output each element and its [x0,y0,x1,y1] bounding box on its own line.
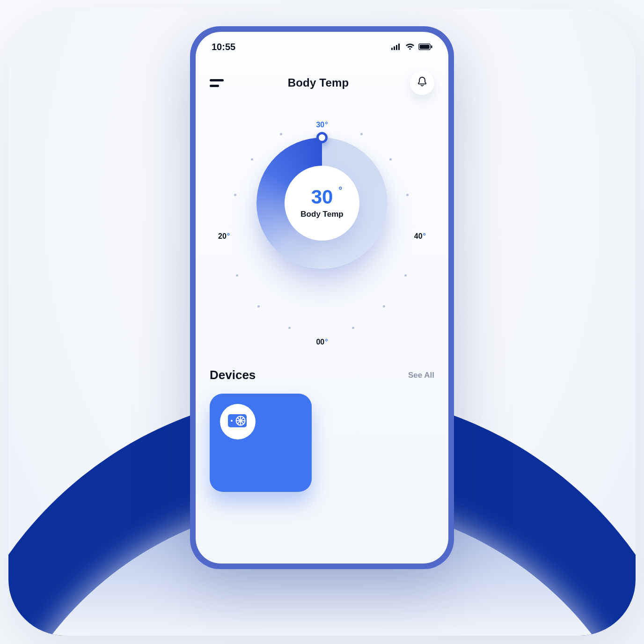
air-conditioner-icon [227,413,248,431]
temperature-gauge[interactable]: 30° 20° 40° 00° [196,111,448,355]
phone-screen: 10:55 [196,32,448,564]
svg-rect-0 [391,48,393,50]
battery-icon [418,44,432,50]
status-bar: 10:55 [196,32,448,62]
devices-header: Devices See All [210,368,434,382]
bell-icon [417,76,427,89]
menu-icon [210,79,224,81]
status-indicators [391,44,432,50]
gauge-dot [236,274,238,277]
app-header: Body Temp [196,66,448,100]
gauge-dot [389,158,392,161]
gauge-dot [360,133,363,135]
gauge-dot [404,274,407,277]
gauge-tick-top: 30° [316,121,328,129]
device-card[interactable] [210,394,312,492]
gauge-dot [288,327,291,329]
gauge-tick-right: 40° [414,232,426,241]
phone-frame: 10:55 [190,26,454,569]
devices-title: Devices [210,368,256,382]
gauge-dot [383,305,385,307]
menu-icon [210,85,219,87]
gauge-value: 30° [311,187,333,207]
gauge-center: 30° Body Temp [285,166,359,241]
wifi-icon [405,44,415,50]
svg-rect-6 [431,45,432,48]
gauge-dot [251,158,253,161]
gauge-tick-left: 20° [218,232,230,241]
cellular-icon [391,44,402,50]
menu-button[interactable] [210,74,227,91]
gauge-ring[interactable]: 30° Body Temp [256,138,388,269]
devices-section: Devices See All [196,368,448,492]
page-title: Body Temp [288,76,349,89]
device-icon-circle [220,404,256,439]
svg-rect-5 [420,45,430,49]
see-all-link[interactable]: See All [408,371,434,380]
gauge-knob[interactable] [316,132,328,143]
svg-rect-3 [398,44,400,50]
gauge-tick-bottom: 00° [316,338,328,346]
status-time: 10:55 [212,42,235,52]
svg-rect-1 [394,46,395,50]
svg-point-14 [240,420,242,422]
svg-point-8 [231,420,233,422]
svg-rect-2 [396,45,397,50]
gauge-dot [257,305,260,307]
gauge-dot [280,133,282,135]
gauge-label: Body Temp [300,210,343,219]
gauge-dot [352,327,354,329]
app-card: 10:55 [8,8,636,636]
notifications-button[interactable] [410,71,434,95]
gauge-dot [234,194,236,196]
gauge-dot [406,194,409,196]
